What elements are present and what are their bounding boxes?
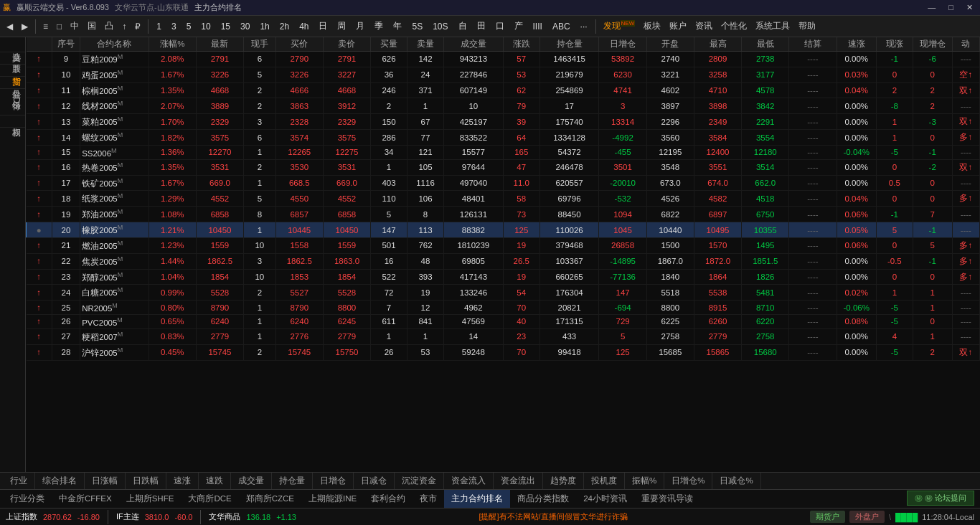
col-header-dong[interactable]: 动	[952, 37, 979, 52]
table-row[interactable]: ↑ 15 SS2006M 1.36% 12270 1 12265 12275 3…	[27, 145, 980, 159]
menu-button[interactable]: ≡	[39, 20, 52, 33]
col-header-low[interactable]: 最低	[742, 37, 789, 52]
table-row[interactable]: ↑ 16 热卷2005M 1.35% 3531 2 3530 3531 1 10…	[27, 159, 980, 175]
period-abc[interactable]: ABC	[548, 20, 575, 33]
nav-back-button[interactable]: ◀	[3, 20, 17, 33]
period-3[interactable]: 3	[167, 20, 181, 33]
overseas-account-button[interactable]: 外盘户	[849, 511, 885, 523]
col-header-settle[interactable]: 结算	[789, 37, 837, 52]
account-button[interactable]: 账户	[666, 19, 690, 34]
nav-tab-3[interactable]: 大商所DCE	[181, 490, 238, 508]
bottom-tab-7[interactable]: 持仓量	[272, 473, 313, 489]
nav-tab-11[interactable]: 重要资讯导读	[634, 490, 700, 508]
refresh-button[interactable]: ₽	[131, 20, 144, 33]
period-grid2[interactable]: 田	[473, 19, 490, 34]
table-row[interactable]: ● 20 橡胶2005M 1.21% 10450 1 10445 10450 1…	[27, 222, 980, 238]
bottom-tab-14[interactable]: 投机度	[584, 473, 625, 489]
period-1h[interactable]: 1h	[255, 20, 273, 33]
col-header-last[interactable]: 最新	[196, 37, 243, 52]
period-10[interactable]: 10	[197, 20, 215, 33]
table-row[interactable]: ↑ 27 粳稻2007M 0.83% 2779 1 2776 2779 1 1 …	[27, 328, 980, 344]
sidebar-item-bank[interactable]: 银行IDS	[0, 89, 25, 115]
nav-tab-0[interactable]: 行业分类	[3, 490, 52, 508]
personalize-button[interactable]: 个性化	[717, 19, 750, 34]
bottom-tab-17[interactable]: 日减仓%	[712, 473, 760, 489]
period-day[interactable]: 日	[314, 19, 331, 34]
col-header-open[interactable]: 开盘	[646, 37, 694, 52]
maximize-button[interactable]: □	[944, 3, 958, 12]
col-header-hand[interactable]: 现手	[244, 37, 276, 52]
up-button[interactable]: ↑	[118, 20, 130, 33]
forum-button[interactable]: ㊙ ㊙ 论坛提问	[907, 491, 974, 506]
period-month[interactable]: 月	[352, 19, 369, 34]
col-header-svol[interactable]: 卖量	[407, 37, 444, 52]
period-15[interactable]: 15	[217, 20, 235, 33]
period-30[interactable]: 30	[236, 20, 254, 33]
col-header-num[interactable]: 序号	[52, 37, 80, 52]
table-row[interactable]: ↑ 23 郑醇2005M 1.04% 1854 10 1853 1854 522…	[27, 269, 980, 285]
info-button[interactable]: 资讯	[692, 19, 716, 34]
sidebar-item-overseas[interactable]: 外盘	[0, 77, 25, 89]
table-row[interactable]: ↑ 9 豆粕2009M 2.08% 2791 6 2790 2791 626 1…	[27, 52, 980, 67]
bottom-tab-11[interactable]: 资金流入	[444, 473, 494, 489]
col-header-name[interactable]: 合约名称	[80, 37, 149, 52]
nav-tab-5[interactable]: 上期能源INE	[301, 490, 364, 508]
bottom-tab-1[interactable]: 综合排名	[35, 473, 85, 489]
bottom-tab-16[interactable]: 日增仓%	[664, 473, 712, 489]
nav-fwd-button[interactable]: ▶	[18, 20, 32, 33]
period-auto[interactable]: 自	[454, 19, 471, 34]
bottom-tab-8[interactable]: 日增仓	[313, 473, 354, 489]
col-header-xian[interactable]: 现涨	[876, 37, 913, 52]
bottom-tab-3[interactable]: 日跌幅	[126, 473, 166, 489]
sidebar-item-options[interactable]: 期权	[0, 115, 25, 128]
table-row[interactable]: ↑ 26 PVC2005M 0.65% 6240 1 6240 6245 611…	[27, 315, 980, 329]
col-header-dadd[interactable]: 日增仓	[599, 37, 646, 52]
col-header-limit[interactable]: 涨跌	[503, 37, 540, 52]
table-row[interactable]: ↑ 14 螺纹2005M 1.82% 3575 6 3574 3575 286 …	[27, 130, 980, 146]
col-header-speed[interactable]: 速涨	[837, 37, 876, 52]
close-button[interactable]: ✕	[962, 3, 977, 12]
table-row[interactable]: ↑ 24 白糖2005M 0.99% 5528 2 5527 5528 72 1…	[27, 285, 980, 301]
layout-button[interactable]: 凸	[101, 19, 117, 34]
discover-button[interactable]: 发现NEW	[600, 19, 639, 34]
table-row[interactable]: ↑ 28 沪锌2005M 0.45% 15745 2 15745 15750 2…	[27, 344, 980, 360]
table-row[interactable]: ↑ 10 鸡蛋2005M 1.67% 3226 5 3226 3227 36 2…	[27, 67, 980, 82]
period-2h[interactable]: 2h	[275, 20, 293, 33]
help-button[interactable]: 帮助	[795, 19, 819, 34]
table-row[interactable]: ↑ 12 线材2005M 2.07% 3889 2 3863 3912 2 1 …	[27, 98, 980, 114]
period-quarter[interactable]: 季	[370, 19, 387, 34]
futures-account-button[interactable]: 期货户	[810, 511, 845, 523]
col-header-pos[interactable]: 持仓量	[540, 37, 599, 52]
bottom-tab-6[interactable]: 成交量	[231, 473, 272, 489]
period-wave[interactable]: 产	[510, 19, 527, 34]
table-row[interactable]: ↑ 21 燃油2005M 1.23% 1559 10 1558 1559 501…	[27, 237, 980, 253]
col-header-cang[interactable]: 现增仓	[913, 37, 952, 52]
sidebar-item-watchlist[interactable]: 自选义	[0, 40, 25, 52]
period-5s[interactable]: 5S	[407, 20, 427, 33]
sidebar-item-futures[interactable]: 期货	[0, 65, 25, 77]
table-row[interactable]: ↑ 25 NR2005M 0.80% 8790 1 8790 8800 7 12…	[27, 301, 980, 315]
period-4h[interactable]: 4h	[295, 20, 313, 33]
system-button[interactable]: 系统工具	[752, 19, 793, 34]
col-header-bvol[interactable]: 买量	[371, 37, 407, 52]
window-button[interactable]: □	[53, 20, 65, 33]
col-header-sell[interactable]: 卖价	[323, 37, 370, 52]
bottom-tab-0[interactable]: 行业	[3, 473, 35, 489]
nav-tab-8[interactable]: 主力合约排名	[444, 490, 510, 508]
col-header-pct[interactable]: 涨幅%	[149, 37, 196, 52]
bottom-tab-12[interactable]: 资金流出	[494, 473, 543, 489]
bottom-tab-2[interactable]: 日涨幅	[85, 473, 126, 489]
col-header-deal[interactable]: 成交量	[443, 37, 503, 52]
bottom-tab-13[interactable]: 趋势度	[543, 473, 584, 489]
col-header-high[interactable]: 最高	[694, 37, 741, 52]
table-row[interactable]: ↑ 18 纸浆2005M 1.29% 4552 5 4550 4552 110 …	[27, 191, 980, 207]
nav-tab-6[interactable]: 套利合约	[364, 490, 413, 508]
nav-tab-7[interactable]: 夜市	[413, 490, 444, 508]
sidebar-item-stocks[interactable]: 股票	[0, 52, 25, 65]
period-week[interactable]: 周	[333, 19, 350, 34]
nav-tab-4[interactable]: 郑商所CZCE	[239, 490, 301, 508]
center-button[interactable]: 中	[67, 19, 83, 34]
minimize-button[interactable]: —	[923, 3, 940, 12]
table-row[interactable]: ↑ 19 郑油2005M 1.08% 6858 8 6857 6858 5 8 …	[27, 207, 980, 222]
table-row[interactable]: ↑ 11 棕榈2005M 1.35% 4668 2 4666 4668 246 …	[27, 82, 980, 98]
